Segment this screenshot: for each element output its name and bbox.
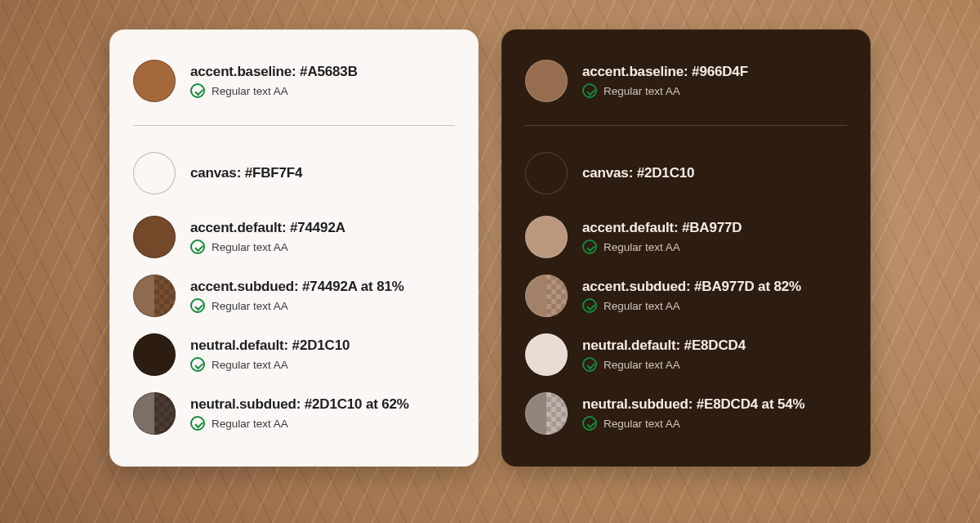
swatch-accent-baseline — [525, 60, 568, 102]
contrast-pass: Regular text AA — [190, 239, 345, 254]
token-label: accent.baseline: #A5683B — [190, 64, 358, 80]
check-icon — [190, 416, 205, 431]
row-neutral-subdued: neutral.subdued: #2D1C10 at 62% Regular … — [133, 384, 455, 443]
token-label: neutral.subdued: #2D1C10 at 62% — [190, 396, 409, 413]
contrast-pass: Regular text AA — [582, 83, 748, 98]
pass-label: Regular text AA — [604, 359, 680, 371]
pass-label: Regular text AA — [212, 300, 288, 312]
swatch-neutral-default — [133, 333, 176, 376]
token-label: accent.default: #74492A — [190, 220, 345, 236]
row-neutral-default: neutral.default: #2D1C10 Regular text AA — [133, 325, 455, 384]
palette-panel-dark: accent.baseline: #966D4F Regular text AA… — [501, 29, 871, 467]
contrast-pass: Regular text AA — [190, 416, 409, 431]
contrast-pass: Regular text AA — [190, 83, 358, 98]
contrast-pass: Regular text AA — [190, 298, 404, 313]
check-icon — [190, 239, 205, 254]
row-accent-baseline: accent.baseline: #966D4F Regular text AA — [525, 51, 847, 110]
token-label: accent.subdued: #BA977D at 82% — [582, 279, 801, 295]
alpha-checker-icon — [154, 275, 176, 317]
stage: accent.baseline: #A5683B Regular text AA… — [0, 0, 980, 523]
row-accent-subdued: accent.subdued: #BA977D at 82% Regular t… — [525, 266, 847, 325]
check-icon — [582, 416, 597, 431]
swatch-accent-subdued — [525, 275, 568, 317]
check-icon — [190, 298, 205, 313]
row-accent-default: accent.default: #BA977D Regular text AA — [525, 208, 847, 266]
pass-label: Regular text AA — [212, 85, 288, 97]
row-accent-baseline: accent.baseline: #A5683B Regular text AA — [133, 51, 455, 110]
swatch-accent-subdued — [133, 275, 176, 317]
swatch-accent-default — [133, 216, 176, 258]
token-label: accent.baseline: #966D4F — [582, 64, 748, 80]
token-label: neutral.subdued: #E8DCD4 at 54% — [582, 396, 804, 413]
token-label: accent.default: #BA977D — [582, 220, 742, 236]
alpha-checker-icon — [154, 392, 176, 435]
token-label: accent.subdued: #74492A at 81% — [190, 279, 404, 295]
swatch-accent-default — [525, 216, 568, 258]
row-canvas: canvas: #FBF7F4 — [133, 144, 455, 203]
row-accent-default: accent.default: #74492A Regular text AA — [133, 208, 455, 266]
swatch-canvas — [133, 152, 176, 194]
pass-label: Regular text AA — [604, 85, 680, 97]
contrast-pass: Regular text AA — [190, 357, 350, 372]
contrast-pass: Regular text AA — [582, 298, 801, 313]
alpha-checker-icon — [546, 275, 568, 317]
alpha-checker-icon — [546, 392, 568, 435]
token-label: neutral.default: #2D1C10 — [190, 337, 350, 354]
pass-label: Regular text AA — [212, 359, 288, 371]
swatch-neutral-subdued — [133, 392, 176, 435]
palette-panel-light: accent.baseline: #A5683B Regular text AA… — [109, 29, 479, 467]
pass-label: Regular text AA — [604, 300, 680, 312]
row-neutral-subdued: neutral.subdued: #E8DCD4 at 54% Regular … — [525, 384, 847, 443]
token-label: canvas: #2D1C10 — [582, 165, 694, 181]
check-icon — [190, 357, 205, 372]
pass-label: Regular text AA — [212, 418, 288, 430]
contrast-pass: Regular text AA — [582, 357, 746, 372]
check-icon — [190, 83, 205, 98]
divider — [133, 125, 455, 126]
row-accent-subdued: accent.subdued: #74492A at 81% Regular t… — [133, 266, 455, 325]
swatch-neutral-subdued — [525, 392, 568, 435]
row-neutral-default: neutral.default: #E8DCD4 Regular text AA — [525, 325, 847, 384]
token-label: canvas: #FBF7F4 — [190, 165, 302, 181]
check-icon — [582, 357, 597, 372]
check-icon — [582, 83, 597, 98]
check-icon — [582, 239, 597, 254]
token-label: neutral.default: #E8DCD4 — [582, 337, 746, 354]
swatch-neutral-default — [525, 333, 568, 376]
check-icon — [582, 298, 597, 313]
swatch-canvas — [525, 152, 568, 194]
pass-label: Regular text AA — [604, 418, 680, 430]
contrast-pass: Regular text AA — [582, 239, 742, 254]
divider — [525, 125, 847, 126]
row-canvas: canvas: #2D1C10 — [525, 144, 847, 203]
contrast-pass: Regular text AA — [582, 416, 804, 431]
swatch-accent-baseline — [133, 60, 176, 102]
pass-label: Regular text AA — [212, 241, 288, 253]
pass-label: Regular text AA — [604, 241, 680, 253]
